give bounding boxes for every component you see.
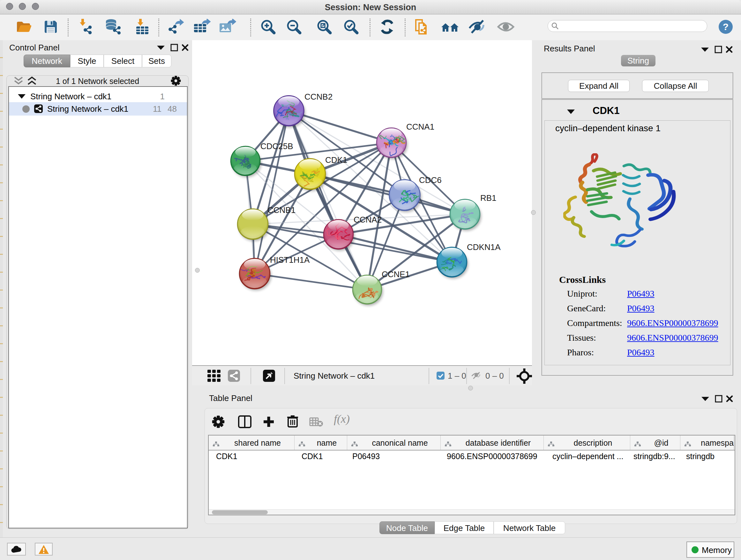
svg-text:CCNB2: CCNB2 <box>305 92 333 102</box>
svg-text:RB1: RB1 <box>480 193 496 203</box>
svg-text:CCNA1: CCNA1 <box>406 122 434 132</box>
svg-text:CDK1: CDK1 <box>325 155 347 165</box>
svg-text:CCNB1: CCNB1 <box>267 205 295 215</box>
svg-text:CCNA2: CCNA2 <box>354 215 382 225</box>
svg-text:?: ? <box>723 21 729 32</box>
svg-text:HIST1H1A: HIST1H1A <box>270 255 310 265</box>
svg-text:CDC25B: CDC25B <box>260 141 293 151</box>
svg-text:CCNE1: CCNE1 <box>382 269 410 279</box>
svg-text:CDKN1A: CDKN1A <box>467 242 501 252</box>
svg-text:CDC6: CDC6 <box>419 175 442 185</box>
